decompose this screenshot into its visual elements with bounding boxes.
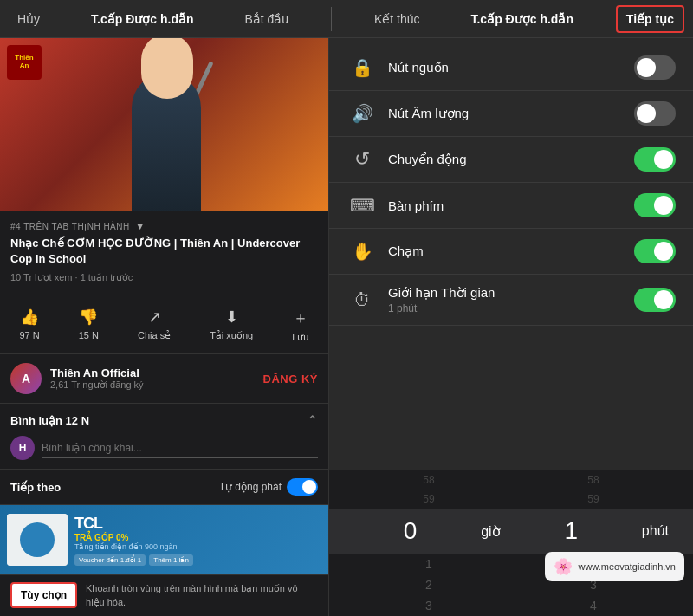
share-icon: ↗ [148,308,161,327]
toggle-nut-nguon[interactable] [634,55,676,80]
ad-brand: TCL [74,515,321,533]
bottom-bar: Tùy chọn Khoanh tròn vùng trên màn hình … [0,574,329,616]
hours-col-below: 1 2 3 [346,554,511,616]
nav-divider [331,7,332,31]
time-picker[interactable]: 58 59 58 59 0 giờ 1 phút [329,470,693,616]
channel-avatar-letter: A [22,372,30,386]
comments-chevron[interactable]: ⌃ [307,412,318,429]
auto-play-label: Tự động phát [219,481,282,493]
settings-label-main-2: Chuyển động [388,152,634,167]
nav-tcap2[interactable]: T.cấp Được h.dẫn [462,7,581,31]
minutes-block: 1 [508,517,635,545]
settings-item-cham: ✋ Chạm [329,229,693,275]
settings-label-main-0: Nút nguồn [388,60,634,75]
toggle-am-luong[interactable] [634,101,676,126]
trending-badge: #4 TRÊN TAB THỊNH HÀNH ▼ [10,220,318,232]
nav-ket-thuc[interactable]: Kết thúc [366,7,429,31]
auto-play-toggle[interactable]: Tự động phát [219,478,318,496]
channel-subs: 2,61 Tr người đăng ký [50,379,263,391]
right-panel: 🔒 Nút nguồn 🔊 Nút Âm lượng ↺ Chuyển động [329,38,693,616]
comments-section: Bình luận 12 N ⌃ H [0,404,328,470]
ad-badge-1: Voucher đến 1.đổi 1 [74,554,146,566]
nav-bat-dau[interactable]: Bắt đầu [236,7,297,31]
tuy-chon-button[interactable]: Tùy chọn [10,582,77,608]
trending-text: #4 TRÊN TAB THỊNH HÀNH [10,222,130,231]
bottom-description: Khoanh tròn vùng trên màn hình mà bạn mu… [86,582,319,609]
settings-item-ban-phim: ⌨ Bàn phím [329,183,693,229]
settings-item-chuyen-dong: ↺ Chuyển động [329,137,693,183]
save-button[interactable]: ＋ Lưu [292,308,308,343]
keyboard-icon: ⌨ [346,195,378,216]
minutes-value: 1 [564,517,578,544]
comments-title: Bình luận 12 N [10,414,89,427]
watermark-url: www.meovatgiadinh.vn [578,561,676,572]
settings-label-sub-5: 1 phút [388,302,634,314]
settings-label-time-limit: Giới hạn Thời gian 1 phút [378,285,634,314]
rotation-icon: ↺ [346,148,378,171]
settings-label-nut-nguon: Nút nguồn [378,60,634,75]
toggle-chuyen-dong[interactable] [634,147,676,172]
ad-promo: TRẢ GÓP 0% [74,533,321,542]
ad-badge-2: Thêm 1 lần [149,554,193,566]
settings-label-cham: Chạm [378,243,634,259]
like-count: 97 N [19,330,39,340]
video-thumbnail[interactable]: Thiên An [0,38,328,211]
subscribe-button[interactable]: ĐĂNG KÝ [263,373,318,386]
nav-huy[interactable]: Hủy [9,7,49,31]
up-next-section: Tiếp theo Tự động phát [0,470,328,505]
touch-icon: ✋ [346,241,378,262]
action-buttons: 👍 97 N 👎 15 N ↗ Chia sẻ ⬇ Tải xuống ＋ Lư… [0,301,328,354]
minutes-label: phút [642,523,669,539]
share-button[interactable]: ↗ Chia sẻ [138,308,171,343]
dislike-icon: 👎 [79,308,98,327]
settings-label-main-4: Chạm [388,243,634,259]
time-row-main[interactable]: 0 giờ 1 phút [329,509,693,554]
settings-label-ban-phim: Bàn phím [378,198,634,213]
hours-value: 0 [404,517,418,544]
comment-avatar: H [10,436,35,460]
min-59: 59 [511,490,676,509]
settings-label-chuyen-dong: Chuyển động [378,152,634,167]
video-info: #4 TRÊN TAB THỊNH HÀNH ▼ Nhạc Chế CƠM HỌ… [0,211,328,301]
comment-avatar-letter: H [19,442,27,454]
hours-block: 0 [346,517,474,545]
ad-product-image [7,514,68,566]
save-icon: ＋ [293,308,308,328]
share-label: Chia sẻ [138,330,171,341]
settings-item-nut-am-luong: 🔊 Nút Âm lượng [329,91,693,137]
like-button[interactable]: 👍 97 N [19,308,39,343]
hour-59: 59 [346,490,511,509]
timer-icon: ⏱ [346,290,378,310]
hours-col-above: 58 59 [346,470,511,509]
hour-58: 58 [346,470,511,490]
video-title: Nhạc Chế CƠM HỌC ĐƯỜNG | Thiên An | Unde… [10,236,318,267]
settings-label-main-3: Bàn phím [388,198,634,213]
toggle-time-limit[interactable] [634,288,676,312]
channel-icon-small: Thiên An [7,45,42,80]
comment-input[interactable] [42,438,318,458]
left-panel: Thiên An #4 TRÊN TAB THỊNH HÀNH ▼ Nhạc C… [0,38,329,616]
nav-tcap1[interactable]: T.cấp Được h.dẫn [82,7,202,31]
toggle-blue[interactable] [287,478,318,496]
settings-label-main-1: Nút Âm lượng [388,106,634,121]
ad-banner: TCL TRẢ GÓP 0% Tặng tiền điện đến 900 ng… [0,505,328,574]
channel-info: A Thiên An Official 2,61 Tr người đăng k… [0,354,328,404]
channel-name: Thiên An Official [50,366,263,379]
minutes-col-above: 58 59 [511,470,676,509]
comments-header: Bình luận 12 N ⌃ [10,412,318,429]
settings-label-main-5: Giới hạn Thời gian [388,285,634,301]
hours-label: giờ [481,523,500,540]
min-58: 58 [511,470,676,490]
toggle-cham[interactable] [634,239,676,263]
nav-tiep-tuc[interactable]: Tiếp tục [616,5,684,33]
like-icon: 👍 [20,308,39,327]
toggle-ban-phim[interactable] [634,193,676,217]
download-icon: ⬇ [225,308,238,327]
download-button[interactable]: ⬇ Tải xuống [210,308,253,343]
figure-head [141,38,193,99]
hour-1: 1 [346,554,511,574]
comment-input-row: H [10,436,318,460]
trending-arrow: ▼ [135,220,146,232]
dislike-button[interactable]: 👎 15 N [79,308,99,343]
ad-badges: Voucher đến 1.đổi 1 Thêm 1 lần [74,554,321,566]
